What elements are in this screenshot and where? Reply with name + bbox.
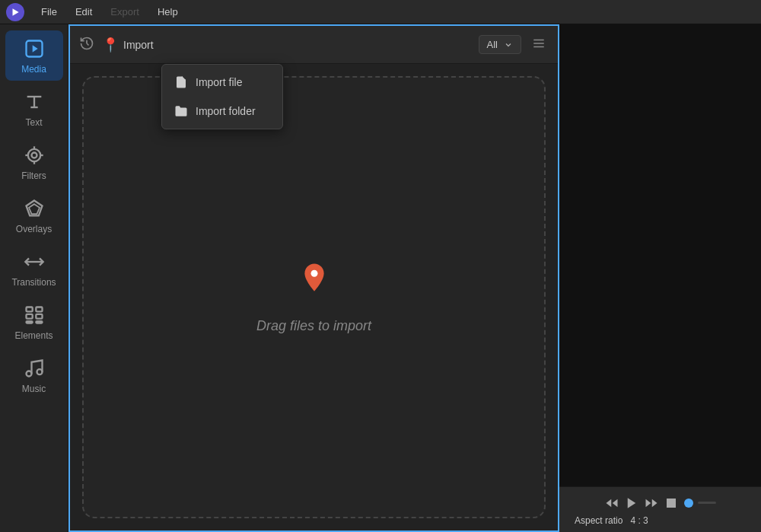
svg-point-21 <box>26 371 31 377</box>
sidebar-label-elements: Elements <box>14 330 53 341</box>
svg-point-22 <box>37 369 42 374</box>
text-icon <box>22 90 46 114</box>
svg-marker-31 <box>627 498 635 508</box>
import-folder-item[interactable]: Import folder <box>162 97 282 126</box>
svg-marker-2 <box>32 45 37 52</box>
filter-dropdown[interactable]: All <box>479 35 521 54</box>
drop-zone[interactable]: Drag files to import <box>82 76 546 518</box>
elements-icon <box>22 303 46 327</box>
progress-track <box>698 502 716 504</box>
media-panel: 📍 Import All <box>68 24 559 532</box>
menubar: File Edit Export Help <box>0 0 761 24</box>
sidebar-item-elements[interactable]: Elements <box>5 297 63 347</box>
progress-indicator <box>684 499 693 508</box>
preview-area <box>559 24 761 486</box>
aspect-ratio-value: 4 : 3 <box>630 515 648 526</box>
sidebar-label-overlays: Overlays <box>16 224 52 234</box>
app-logo <box>6 3 24 21</box>
forward-button[interactable] <box>645 494 658 512</box>
sidebar-label-text: Text <box>25 117 42 128</box>
svg-marker-33 <box>645 499 651 507</box>
svg-rect-19 <box>26 321 32 323</box>
filters-icon <box>22 143 46 167</box>
menu-file[interactable]: File <box>33 3 65 21</box>
sidebar-item-music[interactable]: Music <box>5 350 63 400</box>
playback-controls <box>605 494 716 512</box>
import-file-label: Import file <box>196 76 242 88</box>
sidebar-item-filters[interactable]: Filters <box>5 137 63 187</box>
sidebar: Media Text <box>0 24 68 532</box>
sidebar-label-filters: Filters <box>21 170 46 181</box>
media-panel-header: 📍 Import All <box>70 26 558 64</box>
drop-zone-text: Drag files to import <box>256 318 371 334</box>
menu-help[interactable]: Help <box>150 3 186 21</box>
svg-marker-32 <box>651 499 657 507</box>
main-layout: Media Text <box>0 24 761 532</box>
stop-button[interactable] <box>664 494 678 512</box>
svg-rect-15 <box>26 307 32 312</box>
svg-line-24 <box>87 43 89 46</box>
aspect-ratio-info: Aspect ratio 4 : 3 <box>567 515 656 526</box>
svg-marker-29 <box>606 499 611 507</box>
progress-bar[interactable] <box>684 499 716 508</box>
svg-marker-13 <box>29 204 40 214</box>
filter-value: All <box>487 39 498 50</box>
sidebar-item-overlays[interactable]: Overlays <box>5 190 63 241</box>
sidebar-item-transitions[interactable]: Transitions <box>5 244 63 294</box>
svg-rect-16 <box>36 307 42 312</box>
svg-marker-0 <box>13 8 19 15</box>
import-folder-label: Import folder <box>196 105 256 117</box>
media-icon <box>22 37 46 61</box>
transitions-icon <box>22 250 46 274</box>
preview-controls: Aspect ratio 4 : 3 <box>559 486 761 532</box>
import-button[interactable]: 📍 Import <box>102 37 154 53</box>
sidebar-label-media: Media <box>21 64 46 75</box>
sidebar-item-text[interactable]: Text <box>5 84 63 134</box>
sidebar-label-transitions: Transitions <box>11 277 56 288</box>
import-file-item[interactable]: Import file <box>162 68 282 97</box>
preview-panel: Aspect ratio 4 : 3 <box>559 24 761 532</box>
overlays-icon <box>22 196 46 221</box>
import-label: Import <box>123 39 154 51</box>
aspect-ratio-label: Aspect ratio <box>575 515 622 526</box>
history-button[interactable] <box>79 36 94 54</box>
import-pin-icon: 📍 <box>102 37 119 53</box>
music-icon <box>22 356 46 381</box>
rewind-button[interactable] <box>605 494 619 512</box>
svg-rect-18 <box>36 314 42 319</box>
svg-rect-20 <box>36 321 42 323</box>
sidebar-item-media[interactable]: Media <box>5 30 63 81</box>
svg-point-28 <box>310 269 317 276</box>
svg-rect-34 <box>667 499 676 508</box>
play-button[interactable] <box>625 494 638 512</box>
svg-point-7 <box>31 153 37 158</box>
drop-pin-icon <box>298 261 331 309</box>
list-view-button[interactable] <box>529 33 549 56</box>
sidebar-label-music: Music <box>22 384 46 394</box>
menu-export: Export <box>103 3 147 21</box>
svg-point-6 <box>27 149 40 161</box>
svg-marker-30 <box>612 499 617 507</box>
svg-rect-17 <box>26 314 32 319</box>
import-dropdown-menu: Import file Import folder <box>161 64 283 129</box>
menu-edit[interactable]: Edit <box>68 3 100 21</box>
